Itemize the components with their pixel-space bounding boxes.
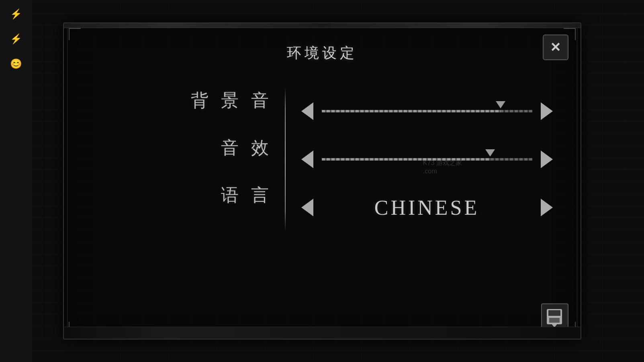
language-left-arrow-icon: [301, 199, 313, 216]
dialog-title: 环境设定: [64, 23, 581, 63]
bgm-slider-bg: [322, 110, 532, 112]
save-icon: [547, 309, 563, 325]
bgm-left-arrow-icon: [301, 102, 313, 120]
bgm-label: 背 景 音: [191, 87, 273, 114]
dialog-top-bar: [64, 23, 581, 28]
bgm-slider-track[interactable]: [322, 99, 532, 123]
k73-watermark: K73 游戏之家.com: [423, 159, 462, 176]
sfx-slider-fill: [322, 158, 490, 161]
language-selector-row: CHINESE: [298, 193, 556, 222]
sfx-label: 音 效: [221, 134, 273, 162]
floppy-disk-icon: [547, 309, 562, 324]
language-label: 语 言: [221, 182, 273, 209]
settings-labels: 背 景 音 音 效 语 言: [88, 87, 281, 232]
language-next-button[interactable]: [537, 198, 556, 217]
bgm-slider-indicator: [496, 101, 505, 108]
sfx-decrease-button[interactable]: [298, 150, 317, 169]
settings-layout: 背 景 音 音 效 语 言: [88, 87, 556, 232]
sfx-slider-bg: [322, 158, 532, 161]
sfx-slider-row: K73 游戏之家.com: [298, 145, 556, 173]
bgm-increase-button[interactable]: [537, 102, 556, 121]
close-button[interactable]: ✕: [543, 35, 568, 60]
language-prev-button[interactable]: [298, 198, 317, 217]
sfx-slider-indicator: [485, 149, 495, 157]
dialog-bottom-bar: [64, 327, 581, 339]
sfx-slider-track[interactable]: K73 游戏之家.com: [322, 147, 532, 171]
bgm-slider-row: [298, 97, 556, 125]
sfx-increase-button[interactable]: [537, 150, 556, 169]
settings-controls: K73 游戏之家.com CHINESE: [290, 87, 556, 232]
dialog-overlay: ✕ 环境设定 背 景 音 音 效 语 言: [0, 0, 644, 362]
close-icon: ✕: [550, 40, 561, 55]
corner-decoration-tl: [69, 28, 81, 40]
sfx-right-arrow-icon: [541, 150, 553, 168]
bgm-slider-fill: [322, 110, 501, 112]
vertical-divider: [285, 87, 286, 232]
bgm-decrease-button[interactable]: [298, 102, 317, 121]
sfx-left-arrow-icon: [301, 150, 313, 168]
bgm-right-arrow-icon: [541, 102, 553, 120]
language-right-arrow-icon: [541, 199, 553, 216]
language-value: CHINESE: [322, 196, 532, 220]
dialog-content: 背 景 音 音 效 语 言: [64, 71, 581, 248]
settings-dialog: ✕ 环境设定 背 景 音 音 效 语 言: [63, 22, 581, 340]
